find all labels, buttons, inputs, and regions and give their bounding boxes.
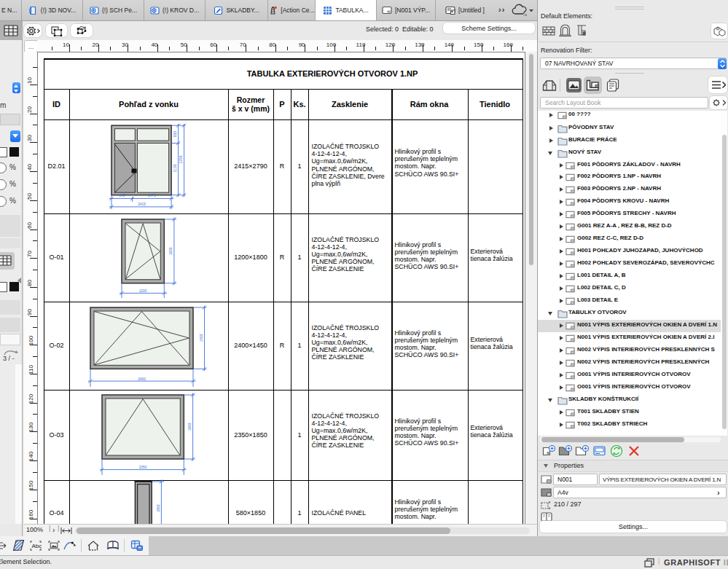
- svg-text:2130: 2130: [173, 164, 177, 172]
- svg-text:1475: 1475: [148, 194, 156, 197]
- svg-text:1800: 1800: [169, 247, 173, 255]
- svg-text:1200: 1200: [139, 289, 147, 293]
- svg-text:830: 830: [173, 131, 177, 137]
- svg-text:2415: 2415: [138, 203, 146, 206]
- svg-text:3 / -: 3 / -: [3, 355, 15, 362]
- svg-text:1450: 1450: [200, 334, 203, 342]
- svg-text:2790: 2790: [179, 155, 183, 163]
- svg-text:◅: ◅: [523, 12, 527, 17]
- svg-text:2350: 2350: [139, 466, 147, 469]
- svg-text:840: 840: [119, 194, 125, 197]
- svg-text:1850: 1850: [157, 504, 160, 512]
- svg-text:Abc: Abc: [32, 543, 42, 549]
- svg-text:1850: 1850: [188, 423, 192, 431]
- svg-text:2400: 2400: [138, 377, 146, 381]
